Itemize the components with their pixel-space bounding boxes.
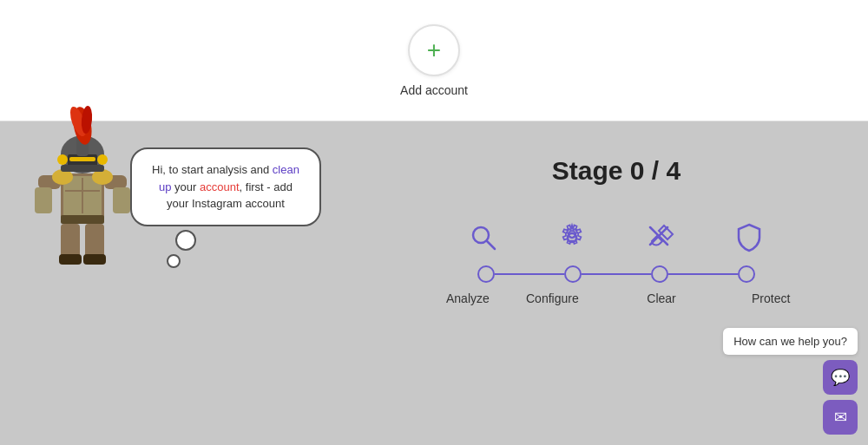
email-icon: ✉: [834, 408, 847, 427]
chat-message-icon: 💬: [831, 368, 850, 387]
svg-point-22: [97, 154, 108, 165]
svg-point-21: [57, 154, 68, 165]
step-label-protect: Protect: [752, 291, 786, 305]
step-line-2: [582, 273, 651, 275]
svg-rect-16: [61, 165, 104, 172]
add-account-button[interactable]: +: [408, 24, 460, 76]
chat-buttons: 💬 ✉: [823, 360, 858, 435]
step-dot-clear: [651, 265, 668, 283]
svg-rect-3: [61, 224, 80, 258]
svg-rect-4: [85, 224, 104, 258]
step-dot-analyze: [477, 265, 495, 283]
bubble-account-link[interactable]: account: [200, 180, 240, 193]
bubble-text-before: Hi, to start analysis and: [152, 163, 273, 176]
stage-area: Stage 0 / 4: [365, 147, 868, 305]
bubble-text-middle: your: [171, 180, 200, 193]
svg-rect-10: [113, 187, 130, 213]
plus-icon: +: [427, 38, 441, 62]
step-label-clear: Clear: [646, 291, 677, 305]
step-line-1: [495, 273, 564, 275]
add-account-label: Add account: [400, 83, 468, 97]
step-label-configure: Configure: [526, 291, 578, 305]
step-line-3: [668, 273, 738, 275]
svg-rect-15: [69, 157, 95, 161]
chat-message-button[interactable]: 💬: [823, 360, 858, 395]
svg-line-26: [487, 241, 495, 249]
bottom-section: Hi, to start analysis and clean up your …: [0, 121, 868, 445]
chat-help-text: How can we help you?: [723, 328, 858, 355]
step-dot-configure: [564, 265, 582, 283]
knight-character: [26, 95, 139, 269]
svg-rect-6: [83, 254, 106, 265]
protect-icon: [732, 220, 766, 255]
clear-icon: [643, 220, 678, 255]
chat-email-button[interactable]: ✉: [823, 400, 858, 435]
speech-bubble: Hi, to start analysis and clean up your …: [130, 147, 321, 226]
step-dot-protect: [738, 265, 755, 283]
svg-rect-9: [35, 187, 52, 213]
svg-rect-5: [59, 254, 82, 265]
chat-widget: How can we help you? 💬 ✉: [723, 328, 858, 435]
step-label-analyze: Analyze: [446, 291, 481, 305]
steps-container: Analyze Configure Clear Protect: [446, 220, 786, 305]
character-area: Hi, to start analysis and clean up your …: [0, 147, 365, 165]
steps-icons: [466, 220, 766, 255]
stage-title: Stage 0 / 4: [552, 156, 681, 186]
configure-icon: [555, 220, 589, 255]
svg-rect-2: [61, 215, 104, 224]
steps-labels: Analyze Configure Clear Protect: [446, 291, 786, 305]
analyze-icon: [466, 220, 501, 255]
steps-dots: [477, 265, 755, 283]
